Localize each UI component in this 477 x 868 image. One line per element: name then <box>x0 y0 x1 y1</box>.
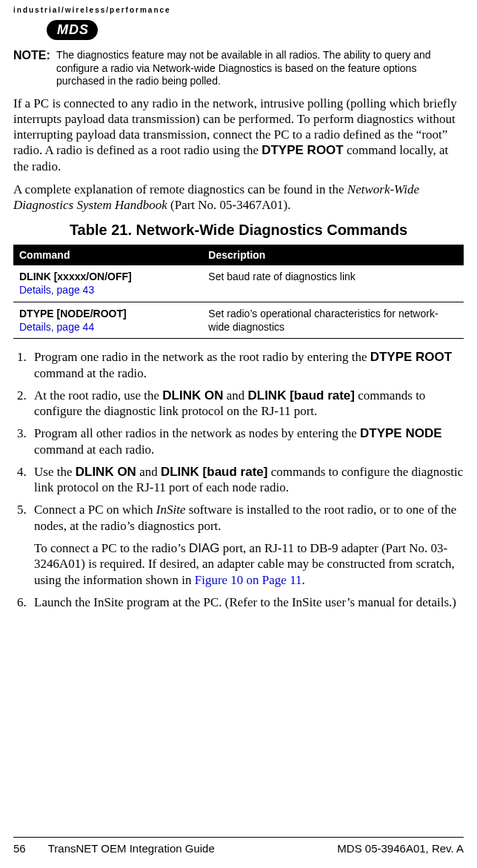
list-item: Launch the InSite program at the PC. (Re… <box>30 594 464 611</box>
command-description: Set radio’s operational characteristics … <box>202 302 464 338</box>
command-text: DTYPE ROOT <box>370 350 453 364</box>
footer-title: TransNET OEM Integration Guide <box>48 842 338 855</box>
list-item: At the root radio, use the DLINK ON and … <box>30 388 464 420</box>
command-text: DLINK [baud rate] <box>161 465 268 479</box>
table-row: DTYPE [NODE/ROOT] Details, page 44 Set r… <box>13 302 464 338</box>
note-block: NOTE: The diagnostics feature may not be… <box>13 49 464 88</box>
command-text: DLINK ON <box>76 465 136 479</box>
command-text: DTYPE NODE <box>360 426 442 440</box>
command-name: DLINK [xxxxx/ON/OFF] <box>19 270 196 283</box>
text: A complete explanation of remote diagnos… <box>13 182 347 196</box>
text: and <box>136 465 161 479</box>
text: Program one radio in the network as the … <box>34 350 370 364</box>
list-item: Program all other radios in the network … <box>30 425 464 458</box>
page-footer: 56 TransNET OEM Integration Guide MDS 05… <box>13 837 464 855</box>
table-title: Table 21. Network-Wide Diagnostics Comma… <box>13 222 464 239</box>
text: To connect a PC to the radio’s <box>34 541 189 555</box>
command-name: DTYPE [NODE/ROOT] <box>19 307 196 320</box>
command-text: DTYPE ROOT <box>261 143 344 157</box>
col-header-command: Command <box>13 245 202 265</box>
details-link[interactable]: Details, page 44 <box>19 320 196 334</box>
brand-logo: MDS <box>47 20 98 40</box>
text: (Part No. 05-3467A01). <box>167 198 291 212</box>
text: . <box>302 573 305 587</box>
list-item: Use the DLINK ON and DLINK [baud rate] c… <box>30 464 464 497</box>
text: At the root radio, use the <box>34 388 162 402</box>
text: Connect a PC on which <box>34 503 156 517</box>
command-description: Set baud rate of diagnostics link <box>202 265 464 302</box>
text: Use the <box>34 465 76 479</box>
commands-table: Command Description DLINK [xxxxx/ON/OFF]… <box>13 245 464 339</box>
figure-link[interactable]: Figure 10 on Page 11 <box>195 573 302 587</box>
command-text: DLINK [baud rate] <box>247 388 355 402</box>
table-row: DLINK [xxxxx/ON/OFF] Details, page 43 Se… <box>13 265 464 302</box>
command-text: DLINK ON <box>162 388 223 402</box>
details-link[interactable]: Details, page 43 <box>19 283 196 296</box>
header-tag: industrial/wireless/performance <box>13 6 464 14</box>
col-header-description: Description <box>202 245 464 265</box>
port-name: DIAG <box>189 541 220 555</box>
note-body: The diagnostics feature may not be avail… <box>56 49 464 88</box>
sub-paragraph: To connect a PC to the radio’s DIAG port… <box>34 540 464 589</box>
steps-list: Program one radio in the network as the … <box>13 349 464 611</box>
text: Program all other radios in the network … <box>34 426 360 440</box>
note-label: NOTE: <box>13 49 56 88</box>
text: command at the radio. <box>34 366 147 380</box>
text: command at each radio. <box>34 443 154 457</box>
list-item: Program one radio in the network as the … <box>30 349 464 382</box>
text: Launch the InSite program at the PC. (Re… <box>34 595 456 609</box>
page-number: 56 <box>13 842 26 855</box>
text: and <box>223 388 247 402</box>
software-name: InSite <box>156 503 186 517</box>
paragraph-2: A complete explanation of remote diagnos… <box>13 182 464 213</box>
list-item: Connect a PC on which InSite software is… <box>30 502 464 589</box>
doc-revision: MDS 05-3946A01, Rev. A <box>337 842 464 855</box>
paragraph-1: If a PC is connected to any radio in the… <box>13 96 464 174</box>
